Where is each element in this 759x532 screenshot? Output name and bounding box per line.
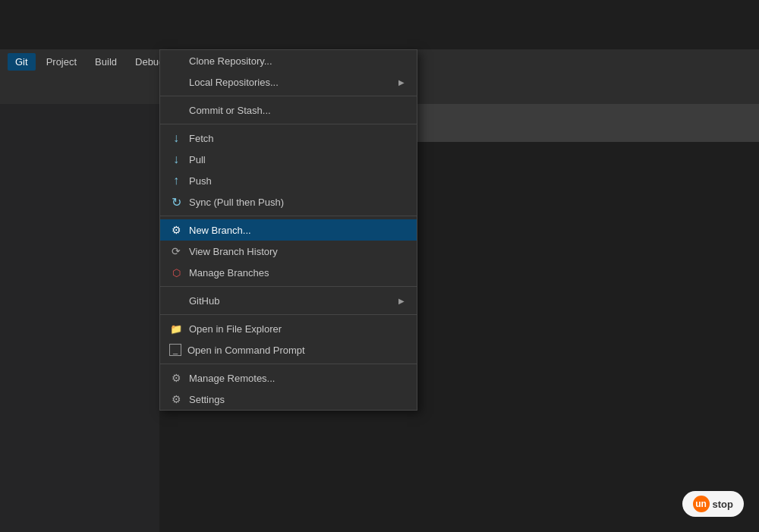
menubar-item-git[interactable]: Git bbox=[8, 53, 36, 71]
git-dropdown-menu: Clone Repository... Local Repositories..… bbox=[159, 49, 417, 411]
open-command-prompt-label: Open in Command Prompt bbox=[187, 345, 405, 356]
push-icon: ↑ bbox=[169, 174, 183, 187]
separator-2 bbox=[160, 124, 417, 124]
fetch-label: Fetch bbox=[189, 133, 405, 144]
unstop-badge: un stop bbox=[682, 491, 744, 517]
view-branch-history-label: View Branch History bbox=[189, 246, 405, 257]
commit-icon bbox=[169, 103, 183, 117]
menu-item-pull[interactable]: ↓ Pull bbox=[160, 149, 417, 170]
local-repositories-label: Local Repositories... bbox=[189, 77, 392, 88]
unstop-logo-text: stop bbox=[713, 499, 733, 510]
menu-item-sync[interactable]: ↻ Sync (Pull then Push) bbox=[160, 191, 417, 212]
github-icon bbox=[169, 294, 183, 307]
new-branch-label: New Branch... bbox=[189, 225, 405, 236]
sidebar bbox=[0, 49, 159, 532]
menu-item-clone-repository[interactable]: Clone Repository... bbox=[160, 50, 417, 71]
separator-1 bbox=[160, 96, 417, 96]
github-label: GitHub bbox=[189, 295, 392, 307]
unstop-logo-circle: un bbox=[693, 496, 710, 512]
menu-item-open-file-explorer[interactable]: 📁 Open in File Explorer bbox=[160, 318, 417, 339]
manage-branches-label: Manage Branches bbox=[189, 267, 405, 279]
menu-item-view-branch-history[interactable]: ⟳ View Branch History bbox=[160, 241, 417, 262]
menu-item-manage-remotes[interactable]: ⚙ Manage Remotes... bbox=[160, 367, 417, 389]
menu-item-settings[interactable]: ⚙ Settings bbox=[160, 389, 417, 410]
clone-repository-label: Clone Repository... bbox=[189, 55, 405, 67]
open-file-explorer-label: Open in File Explorer bbox=[189, 323, 405, 335]
menu-item-manage-branches[interactable]: ⬡ Manage Branches bbox=[160, 262, 417, 283]
settings-label: Settings bbox=[189, 394, 405, 405]
manage-branches-icon: ⬡ bbox=[169, 266, 183, 279]
push-label: Push bbox=[189, 175, 405, 187]
sync-label: Sync (Pull then Push) bbox=[189, 197, 405, 208]
separator-4 bbox=[160, 286, 417, 287]
pull-icon: ↓ bbox=[169, 153, 183, 166]
menu-item-fetch[interactable]: ↓ Fetch bbox=[160, 127, 417, 149]
settings-icon: ⚙ bbox=[169, 392, 183, 406]
command-prompt-icon: _ bbox=[169, 344, 181, 356]
menu-item-github[interactable]: GitHub ▶ bbox=[160, 290, 417, 311]
manage-remotes-icon: ⚙ bbox=[169, 371, 183, 385]
commit-or-stash-label: Commit or Stash... bbox=[189, 105, 405, 116]
file-explorer-icon: 📁 bbox=[169, 322, 183, 335]
menubar-item-project[interactable]: Project bbox=[39, 53, 84, 71]
pull-label: Pull bbox=[189, 154, 405, 165]
clone-icon bbox=[169, 54, 183, 68]
separator-6 bbox=[160, 364, 417, 364]
separator-3 bbox=[160, 216, 417, 216]
unstop-logo-u: un bbox=[695, 499, 707, 509]
menu-item-local-repositories[interactable]: Local Repositories... ▶ bbox=[160, 71, 417, 93]
manage-remotes-label: Manage Remotes... bbox=[189, 373, 405, 384]
sync-icon: ↻ bbox=[169, 195, 183, 209]
menubar-item-build[interactable]: Build bbox=[87, 53, 124, 71]
fetch-icon: ↓ bbox=[169, 131, 183, 145]
menu-item-new-branch[interactable]: ⚙ New Branch... bbox=[160, 219, 417, 241]
separator-5 bbox=[160, 314, 417, 315]
submenu-arrow-icon: ▶ bbox=[398, 78, 405, 87]
menu-item-push[interactable]: ↑ Push bbox=[160, 170, 417, 191]
view-branch-history-icon: ⟳ bbox=[169, 244, 183, 258]
new-branch-icon: ⚙ bbox=[169, 223, 183, 237]
local-repos-icon bbox=[169, 75, 183, 89]
menu-item-open-command-prompt[interactable]: _ Open in Command Prompt bbox=[160, 339, 417, 360]
github-submenu-arrow-icon: ▶ bbox=[398, 297, 405, 305]
menu-item-commit-or-stash[interactable]: Commit or Stash... bbox=[160, 99, 417, 121]
